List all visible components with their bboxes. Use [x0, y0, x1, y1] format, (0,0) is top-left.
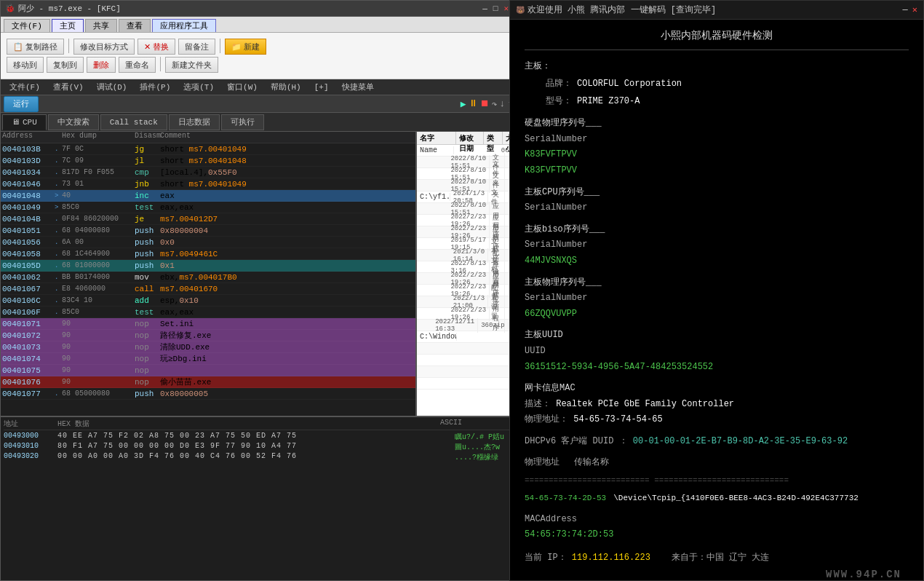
delete-btn[interactable]: 删除 — [87, 57, 116, 73]
moveto-btn[interactable]: 移动到 — [7, 57, 44, 73]
menu-plugin[interactable]: 插件(P) — [134, 80, 176, 95]
bios-title: 主板biso序列号___ — [525, 224, 605, 234]
run-button[interactable]: 运行 — [4, 96, 39, 112]
phys-addr-value: 54-65-73-74-2D-53 — [525, 491, 606, 506]
tab-view[interactable]: 查看 — [119, 19, 151, 32]
disasm-row[interactable]: 0040103D . 7C 09 jl short ms7.00401048 — [1, 155, 415, 167]
file-list-row[interactable] — [417, 378, 516, 390]
row-bytes: 90 — [62, 331, 135, 339]
disasm-row[interactable]: 00401048 > 40 inc eax — [1, 190, 415, 202]
disasm-row[interactable]: 0040106F . 85C0 test eax,eax — [1, 307, 415, 318]
disasm-row[interactable]: 0040106C . 83C4 10 add esp,0x10 — [1, 295, 415, 307]
menu-file[interactable]: 文件(F) — [4, 80, 46, 95]
file-list-row[interactable] — [417, 343, 516, 355]
disasm-row[interactable]: 00401067 . E8 4060000 call ms7.00401670 — [1, 283, 415, 295]
tab-callstack[interactable]: Call stack — [100, 114, 167, 130]
note-btn[interactable]: 留备注 — [178, 39, 215, 55]
minimize-btn[interactable]: — — [482, 4, 487, 13]
close-btn[interactable]: ✕ — [503, 4, 509, 13]
sep1 — [68, 39, 69, 53]
tab-share[interactable]: 共享 — [85, 19, 117, 32]
disasm-row[interactable]: 0040104B . 0F84 86020000 je ms7.004012D7 — [1, 213, 415, 225]
nic-desc-label: 描述： — [525, 399, 551, 409]
play-icon[interactable]: ▶ — [461, 98, 466, 110]
debug-tabs-row: 🖥 CPU 中文搜索 Call stack 日志数据 可执行 — [1, 113, 516, 132]
file-list-row[interactable] — [417, 355, 516, 366]
restore-btn[interactable]: □ — [493, 4, 498, 13]
file-list-row[interactable]: C:\Windows\SysW — [417, 331, 516, 343]
hdd-title: 硬盘物理序列号___ — [525, 118, 602, 128]
disasm-row[interactable]: 00401077 . 68 05000080 push 0x80000005 — [1, 388, 415, 400]
hdd-label: SerialNumber — [525, 134, 587, 144]
new-btn[interactable]: 📁 新建 — [225, 39, 266, 55]
row-addr: 0040106C — [2, 296, 55, 305]
disasm-row[interactable]: 0040107C . 6A 00 push 0x0 — [1, 400, 415, 401]
row-dot: . — [55, 146, 62, 153]
newfolder-btn[interactable]: 新建文件夹 — [165, 57, 218, 73]
file-list-row[interactable] — [417, 366, 516, 378]
row-bytes: 7F 0C — [62, 145, 135, 153]
disasm-row[interactable]: 00401071 90 nop Set.ini — [1, 318, 415, 330]
menu-window[interactable]: 窗口(W) — [221, 80, 263, 95]
copy-path-btn[interactable]: 📋 复制路径 — [7, 39, 64, 55]
xh-bios-section: 主板biso序列号___ SerialNumber 44MJVSNXQS — [525, 222, 909, 269]
menu-plus[interactable]: [+] — [308, 80, 335, 95]
disasm-row[interactable]: 00401046 . 73 01 jnb short ms7.00401049 — [1, 178, 415, 190]
menu-options[interactable]: 选项(T) — [178, 80, 220, 95]
row-addr: 00401077 — [2, 390, 55, 398]
row-mnem: jl — [135, 157, 160, 165]
disasm-row[interactable]: 00401058 . 68 1C464900 push ms7.0049461C — [1, 248, 415, 260]
disasm-row[interactable]: 00401049 > 85C0 test eax,eax — [1, 202, 415, 213]
disasm-row[interactable]: 00401073 90 nop 清除UDD.exe — [1, 341, 415, 353]
disasm-row[interactable]: 00401072 90 nop 路径修复.exe — [1, 330, 415, 341]
step-in-icon[interactable]: ↓ — [499, 98, 505, 110]
xh-minimize-btn[interactable]: — — [903, 5, 908, 15]
row-dot: . — [55, 297, 62, 304]
disasm-row[interactable]: 00401034 . 817D F0 F055 cmp [local.4],0x… — [1, 167, 415, 178]
row-bytes: 68 01000000 — [62, 261, 135, 269]
menu-help[interactable]: 帮助(H) — [265, 80, 307, 95]
row-mnem: add — [135, 296, 160, 305]
disasm-row[interactable]: 00401075 90 nop — [1, 365, 415, 376]
row-mnem: cmp — [135, 168, 160, 177]
tab-exec[interactable]: 可执行 — [221, 114, 264, 130]
run-spacer — [41, 103, 458, 104]
xh-close-btn[interactable]: ✕ — [912, 4, 917, 15]
hex-row: 00493010 80 F1 A7 75 00 00 00 00 D0 E3 9… — [4, 442, 513, 452]
row-ops: Set.ini — [160, 320, 414, 328]
hex-row-ascii: 瞩u?/.# P姡u — [455, 432, 513, 442]
tab-log[interactable]: 日志数据 — [169, 114, 220, 130]
disasm-row[interactable]: 0040103B . 7F 0C jg short ms7.00401049 — [1, 143, 415, 155]
stop-icon[interactable]: ⏹ — [480, 98, 490, 110]
xh-phys-section: 主板物理序列号___ SerialNumber 66ZQQVUVPP — [525, 275, 909, 323]
disasm-row[interactable]: 00401062 . BB B0174000 mov ebx,ms7.00401… — [1, 272, 415, 283]
copyto-btn[interactable]: 复制到 — [47, 57, 84, 73]
rename-btn[interactable]: 重命名 — [119, 57, 156, 73]
replace-btn[interactable]: ✕ 替换 — [138, 39, 175, 55]
tab-file[interactable]: 文件(F) — [4, 19, 50, 32]
disasm-row[interactable]: 00401074 90 nop 玩≥Dbg.ini — [1, 353, 415, 365]
row-ops: 玩≥Dbg.ini — [160, 353, 414, 364]
row-bytes: 90 — [62, 343, 135, 351]
tab-home[interactable]: 主页 — [52, 19, 84, 32]
disasm-row[interactable]: 00401051 . 68 04000080 push 0x80000004 — [1, 225, 415, 237]
tab-app-tools[interactable]: 应用程序工具 — [152, 19, 216, 32]
pause-icon[interactable]: ⏸ — [469, 98, 478, 110]
step-over-icon[interactable]: ↷ — [492, 98, 498, 110]
menu-view[interactable]: 查看(V) — [47, 80, 89, 95]
menu-shortcut[interactable]: 快捷菜单 — [336, 80, 380, 95]
row-ops: 0x80000004 — [160, 226, 414, 235]
disasm-row[interactable]: 00401056 . 6A 00 push 0x0 — [1, 237, 415, 248]
disasm-row[interactable]: 0040105D . 68 01000000 push 0x1 — [1, 260, 415, 272]
tab-search[interactable]: 中文搜索 — [48, 114, 99, 130]
tab-cpu[interactable]: 🖥 CPU — [2, 114, 47, 130]
menu-debug[interactable]: 调试(D) — [91, 80, 133, 95]
row-mnem: nop — [135, 355, 160, 363]
phys-trans-label: 传输名称 — [574, 455, 609, 471]
row-ops: ms7.0049461C — [160, 250, 414, 258]
hex-row: 00493020 00 00 A0 00 A0 3D F4 76 00 40 C… — [4, 452, 513, 462]
disasm-row[interactable]: 00401076 90 nop 偷小苗苗.exe — [1, 376, 415, 388]
disasm-panel[interactable]: Address Hex dump Disasm Comment 0040103B… — [1, 132, 415, 401]
row-mnem: nop — [135, 343, 160, 352]
modify-target-btn[interactable]: 修改目标方式 — [73, 39, 135, 55]
